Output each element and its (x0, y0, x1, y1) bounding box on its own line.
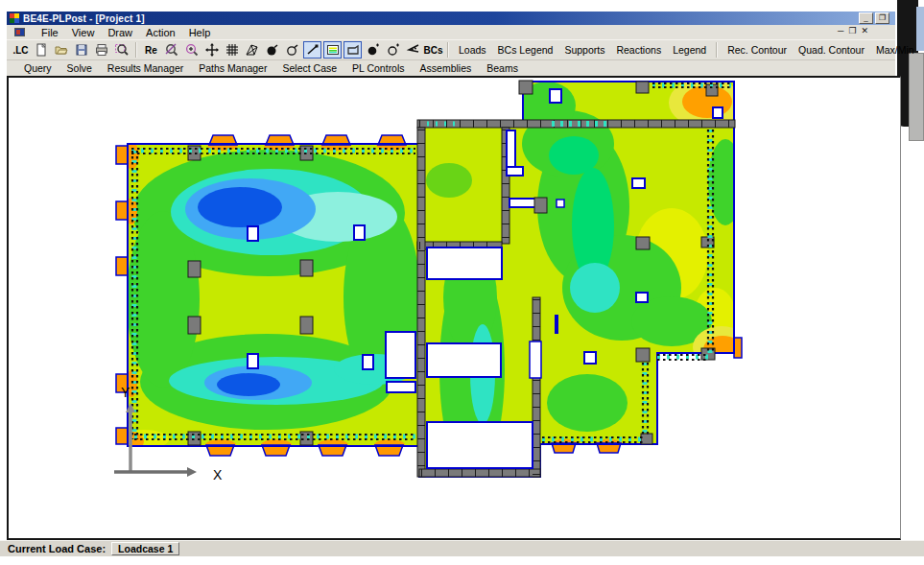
solid-circle-tool-icon[interactable] (263, 41, 281, 59)
load-case-tool-button[interactable]: .LC (12, 41, 30, 59)
grid-icon[interactable] (223, 41, 241, 59)
menu-view[interactable]: View (65, 26, 102, 39)
zoom-out-icon[interactable] (162, 41, 180, 59)
app-logo-icon (10, 13, 19, 23)
plate-tool-icon[interactable] (344, 41, 362, 59)
y-axis-label: Y (121, 385, 130, 400)
pan-icon[interactable] (202, 41, 221, 59)
max-min-button[interactable]: Max/Min (871, 43, 919, 57)
current-load-case-label: Current Load Case: (8, 543, 106, 554)
supports-button[interactable]: Supports (559, 43, 609, 57)
toolbar-separator (716, 42, 718, 58)
angle-ticks-tool-icon[interactable] (404, 41, 422, 59)
minimize-button[interactable]: _ (859, 12, 873, 24)
secondary-toolbar: Query Solve Results Manager Paths Manage… (7, 59, 895, 76)
new-file-icon[interactable] (32, 41, 50, 59)
results-tool-button[interactable]: Re (142, 41, 160, 59)
menu-help[interactable]: Help (182, 26, 218, 39)
pl-controls-button[interactable]: PL Controls (344, 61, 412, 75)
mesh-icon[interactable] (243, 41, 261, 59)
zoom-in-icon[interactable] (182, 41, 201, 59)
child-minimize-button[interactable]: ─ (838, 26, 843, 35)
legend-button[interactable]: Legend (668, 43, 711, 57)
bcs-legend-button[interactable]: BCs Legend (493, 43, 558, 57)
outline-node-tool-icon[interactable] (384, 41, 402, 59)
window-title: BE4E-PLPost - [Project 1] (23, 13, 145, 24)
background-window-scrollbar[interactable] (909, 53, 924, 141)
rec-contour-button[interactable]: Rec. Contour (723, 43, 792, 57)
child-restore-button[interactable]: ❐ (848, 26, 856, 35)
loads-button[interactable]: Loads (454, 43, 491, 57)
save-icon[interactable] (72, 41, 90, 59)
draw-line-tool-icon[interactable] (303, 41, 321, 59)
mdi-child-icon[interactable] (14, 28, 25, 36)
drawing-canvas[interactable]: Y X (7, 76, 901, 540)
menu-action[interactable]: Action (139, 26, 182, 39)
outline-circle-tool-icon[interactable] (283, 41, 301, 59)
menu-file[interactable]: File (35, 26, 65, 39)
quad-contour-button[interactable]: Quad. Contour (794, 43, 869, 57)
open-file-icon[interactable] (52, 41, 70, 59)
bcs-tool-button[interactable]: BCs (424, 41, 442, 59)
beam-marker (555, 315, 558, 334)
load-case-selector[interactable]: Loadcase 1 (111, 542, 179, 555)
x-axis-label: X (213, 467, 223, 483)
assemblies-button[interactable]: Assemblies (413, 61, 480, 75)
draw-strip-button[interactable]: Draw Strip (921, 43, 924, 57)
reactions-button[interactable]: Reactions (611, 43, 666, 57)
beams-button[interactable]: Beams (479, 61, 526, 75)
child-close-button[interactable]: ✕ (861, 26, 868, 35)
results-manager-button[interactable]: Results Manager (100, 61, 191, 75)
menu-draw[interactable]: Draw (101, 26, 139, 39)
select-case-button[interactable]: Select Case (274, 61, 344, 75)
restore-button[interactable]: ❐ (875, 12, 889, 24)
solid-node-tool-icon[interactable] (364, 41, 382, 59)
paths-manager-button[interactable]: Paths Manager (191, 61, 274, 75)
toolbar-separator (135, 42, 137, 58)
title-bar: BE4E-PLPost - [Project 1] _ ❐ (7, 12, 895, 25)
main-toolbar: .LC Re (7, 39, 895, 59)
print-icon[interactable] (92, 41, 110, 59)
solve-button[interactable]: Solve (59, 61, 100, 75)
toolbar-separator (447, 42, 449, 58)
desktop: BE4E-PLPost - [Project 1] _ ❐ File View … (0, 0, 924, 565)
zoom-window-icon[interactable] (112, 41, 130, 59)
status-bar: Current Load Case: Loadcase 1 (0, 540, 924, 556)
contour-plot: Y X (9, 78, 900, 539)
menu-bar: File View Draw Action Help ─ ❐ ✕ (7, 25, 895, 39)
query-button[interactable]: Query (16, 61, 59, 75)
contour-box-tool-icon[interactable] (323, 41, 342, 59)
